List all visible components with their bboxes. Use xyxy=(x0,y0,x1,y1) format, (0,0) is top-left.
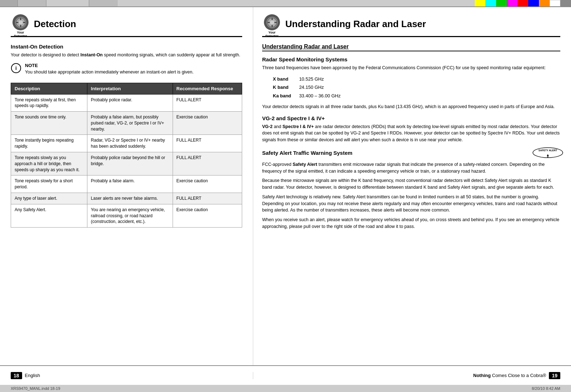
freq-row: K band 24.150 GHz xyxy=(273,83,560,91)
bottom-bar: 18 English Nothing Comes Close to a Cobr… xyxy=(0,365,571,385)
color-block-yellow xyxy=(475,0,485,6)
note-title: NOTE xyxy=(25,63,194,68)
detection-table: Description Interpretation Recommended R… xyxy=(11,83,242,228)
left-page: Your Detector Detection Instant-On Detec… xyxy=(0,7,253,365)
left-page-lang: English xyxy=(25,373,40,378)
table-cell-response: FULL ALERT xyxy=(173,152,242,175)
note-box: i NOTE You should take appropriate actio… xyxy=(11,63,242,76)
freq-value: 24.150 GHz xyxy=(299,85,324,90)
color-block-white xyxy=(550,0,560,6)
table-cell-description: Tone repeats slowly as you approach a hi… xyxy=(11,152,87,175)
table-row: Tone sounds one time only.Probably a fal… xyxy=(11,112,242,135)
left-page-header: Your Detector Detection xyxy=(11,14,242,37)
table-cell-description: Any Safety Alert. xyxy=(11,204,87,227)
table-cell-interpretation: You are nearing an emergency vehicle, ra… xyxy=(87,204,173,227)
detector-icon-left xyxy=(12,14,29,30)
safety-alert-body2: Because these microwave signals are with… xyxy=(262,177,560,191)
table-cell-description: Any type of laser alert. xyxy=(11,193,87,204)
understanding-radar-heading: Understanding Radar and Laser xyxy=(262,44,560,51)
vg2-heading: VG-2 and Spectre I & IV+ xyxy=(262,115,560,121)
radar-speed-heading: Radar Speed Monitoring Systems xyxy=(262,56,560,62)
detector-icon-right xyxy=(264,14,280,30)
svg-text:i: i xyxy=(15,65,17,71)
note-svg: i xyxy=(11,63,21,73)
right-page-number: 19 xyxy=(549,372,560,379)
safety-alert-heading: Safety Alert Traffic Warning System xyxy=(262,150,528,156)
doc-footer-right: 8/20/10 8:42 AM xyxy=(532,386,560,391)
table-cell-response: FULL ALERT xyxy=(173,193,242,204)
frequency-table: X band 10.525 GHzK band 24.150 GHzKa ban… xyxy=(273,75,560,100)
table-cell-interpretation: Probably a false alarm, but possibly pul… xyxy=(87,112,173,135)
instant-on-section: Instant-On Detection Your detector is de… xyxy=(11,44,242,58)
safety-alert-header-row: Safety Alert Traffic Warning System SAFE… xyxy=(262,146,560,160)
safety-alert-svg: SAFETY ALERT xyxy=(532,146,564,159)
your-detector-label-left: Your Detector xyxy=(11,31,30,38)
table-cell-response: Exercise caution xyxy=(173,112,242,135)
note-icon: i xyxy=(11,63,21,73)
left-page-title: Detection xyxy=(34,19,76,30)
left-header-icon-container: Your Detector xyxy=(11,14,30,34)
freq-band: Ka band xyxy=(273,92,298,100)
safety-alert-logo: SAFETY ALERT xyxy=(532,146,560,160)
your-detector-label-right: Your Detector xyxy=(262,31,282,38)
radar-speed-section: Radar Speed Monitoring Systems Three ban… xyxy=(262,56,560,110)
color-blocks xyxy=(475,0,571,6)
table-cell-description: Tone instantly begins repeating rapidly. xyxy=(11,135,87,152)
color-block-red xyxy=(518,0,528,6)
table-cell-interpretation: Probably police radar. xyxy=(87,94,173,112)
color-block-magenta xyxy=(507,0,518,6)
table-cell-interpretation: Radar, VG-2 or Spectre I or IV+ nearby h… xyxy=(87,135,173,152)
color-block-blue xyxy=(528,0,539,6)
table-header-response: Recommended Response xyxy=(173,83,242,94)
vg2-body: VG-2 and Spectre I & IV+ are radar detec… xyxy=(262,123,560,143)
svg-point-9 xyxy=(270,20,274,25)
table-header-description: Description xyxy=(11,83,87,94)
left-page-number: 18 xyxy=(11,372,22,379)
table-cell-description: Tone repeats slowly for a short period. xyxy=(11,175,87,193)
instant-on-heading: Instant-On Detection xyxy=(11,44,242,50)
table-cell-interpretation: Probably police radar beyond the hill or… xyxy=(87,152,173,175)
table-row: Tone repeats slowly for a short period.P… xyxy=(11,175,242,193)
safety-alert-section: Safety Alert Traffic Warning System SAFE… xyxy=(262,146,560,230)
compass-svg-right xyxy=(266,17,278,28)
table-cell-response: Exercise caution xyxy=(173,175,242,193)
bottom-right: Nothing Comes Close to a Cobra® 19 xyxy=(253,372,571,379)
color-block-gray xyxy=(560,0,571,6)
table-cell-response: FULL ALERT xyxy=(173,135,242,152)
detector-icon-inner-right xyxy=(266,17,278,28)
doc-footer: XRS9470_MANL.indd 18-19 8/20/10 8:42 AM xyxy=(0,385,571,392)
tagline-nothing-bold: Nothing xyxy=(473,373,491,378)
freq-value: 33.400 – 36.00 GHz xyxy=(299,93,341,98)
color-block-green xyxy=(496,0,507,6)
freq-band: K band xyxy=(273,83,298,91)
vg2-section: VG-2 and Spectre I & IV+ VG-2 and Spectr… xyxy=(262,115,560,143)
table-row: Any type of laser alert.Laser alerts are… xyxy=(11,193,242,204)
tagline-nothing: Nothing Comes Close to a Cobra® xyxy=(473,373,546,378)
note-text: You should take appropriate action immed… xyxy=(25,69,194,76)
freq-row: X band 10.525 GHz xyxy=(273,75,560,83)
freq-row: Ka band 33.400 – 36.00 GHz xyxy=(273,92,560,100)
svg-text:SAFETY ALERT: SAFETY ALERT xyxy=(539,149,557,152)
instant-on-body: Your detector is designed to detect Inst… xyxy=(11,52,242,58)
page-wrapper: Your Detector Detection Instant-On Detec… xyxy=(0,0,571,392)
doc-footer-left: XRS9470_MANL.indd 18-19 xyxy=(11,386,60,391)
table-cell-description: Tone repeats slowly at first, then speed… xyxy=(11,94,87,112)
svg-point-16 xyxy=(547,156,549,157)
safety-alert-body4: When you receive such an alert, please w… xyxy=(262,217,560,230)
top-color-bar xyxy=(0,0,571,6)
safety-alert-body1: FCC-approved Safety Alert transmitters e… xyxy=(262,161,560,175)
table-row: Tone repeats slowly at first, then speed… xyxy=(11,94,242,112)
table-cell-interpretation: Laser alerts are never false alarms. xyxy=(87,193,173,204)
note-content: NOTE You should take appropriate action … xyxy=(25,63,194,76)
bottom-left: 18 English xyxy=(0,372,253,379)
table-cell-description: Tone sounds one time only. xyxy=(11,112,87,135)
table-header-interpretation: Interpretation xyxy=(87,83,173,94)
tagline-rest: Comes Close to a Cobra® xyxy=(492,373,546,378)
freq-band: X band xyxy=(273,75,298,83)
color-block-orange xyxy=(539,0,550,6)
right-page-title: Understanding Radar and Laser xyxy=(285,19,426,30)
color-block-cyan xyxy=(485,0,496,6)
table-row: Tone instantly begins repeating rapidly.… xyxy=(11,135,242,152)
table-cell-response: FULL ALERT xyxy=(173,94,242,112)
understanding-heading-section: Understanding Radar and Laser xyxy=(262,44,560,51)
